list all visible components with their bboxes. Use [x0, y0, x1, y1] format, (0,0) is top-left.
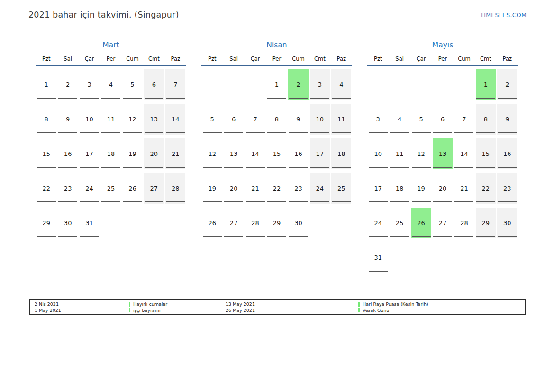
- day-number: 8: [475, 104, 496, 135]
- day-number: 3: [309, 69, 330, 100]
- day-cell: 26: [122, 170, 143, 205]
- day-number: 20: [432, 173, 453, 204]
- day-cell: 19: [201, 170, 223, 205]
- day-cell: 1: [266, 66, 287, 101]
- day-number: 15: [266, 138, 287, 169]
- day-cell: 5: [201, 101, 223, 136]
- day-cell: 27: [432, 205, 453, 239]
- day-number: 21: [165, 138, 186, 169]
- day-number: 12: [410, 138, 432, 169]
- day-number: 10: [309, 104, 330, 135]
- day-number: 30: [288, 208, 309, 238]
- day-number: 26: [201, 208, 223, 238]
- day-number: 19: [410, 173, 432, 204]
- day-number: 29: [36, 208, 57, 238]
- day-number: 7: [165, 69, 186, 100]
- legend-label: Hayırlı cumalar: [133, 301, 167, 308]
- day-cell: 8: [266, 101, 287, 136]
- day-number: 4: [389, 104, 410, 135]
- day-cell: 17: [79, 136, 100, 170]
- day-number: 10: [79, 104, 100, 135]
- day-cell-empty: [454, 66, 475, 101]
- day-cell: 22: [266, 170, 287, 205]
- month-calendar: NisanPztSalÇarPerCumCmtPaz12345678910111…: [201, 40, 352, 239]
- day-number: 16: [497, 138, 518, 169]
- day-cell: 18: [331, 136, 352, 170]
- day-number: 15: [475, 138, 496, 169]
- day-number: 1: [475, 69, 496, 100]
- day-number: 26: [122, 173, 143, 204]
- day-number: 6: [223, 104, 244, 135]
- day-cell: 1: [475, 66, 496, 101]
- day-cell: 29: [36, 205, 57, 239]
- day-number: 22: [36, 173, 57, 204]
- weekday-header: Pzt: [367, 50, 389, 66]
- day-cell: 17: [309, 136, 330, 170]
- day-cell-empty: [331, 205, 352, 239]
- day-cell: 26: [410, 205, 432, 239]
- weekday-header: Pzt: [201, 50, 223, 66]
- day-cell: 24: [309, 170, 330, 205]
- weekday-header: Sal: [389, 50, 410, 66]
- day-cell: 30: [288, 205, 309, 239]
- day-cell: 18: [100, 136, 121, 170]
- day-cell: 28: [165, 170, 186, 205]
- day-cell: 8: [475, 101, 496, 136]
- day-cell-empty: [245, 66, 266, 101]
- weekday-header: Cum: [122, 50, 143, 66]
- day-cell: 11: [100, 101, 121, 136]
- day-number: 5: [201, 104, 223, 135]
- day-number: 9: [288, 104, 309, 135]
- legend-box: 2 Nis 2021 1 May 2021 Hayırlı cumalar iş…: [29, 299, 526, 315]
- day-number: 13: [223, 138, 244, 169]
- day-cell-empty: [432, 239, 453, 274]
- day-number: 4: [331, 69, 352, 100]
- day-cell: 2: [57, 66, 78, 101]
- day-cell: 4: [331, 66, 352, 101]
- day-number: 25: [100, 173, 121, 204]
- day-cell-empty: [454, 239, 475, 274]
- day-number: 21: [245, 173, 266, 204]
- day-cell-empty: [410, 239, 432, 274]
- site-link[interactable]: TIMESLES.COM: [480, 11, 527, 18]
- day-number: 6: [143, 69, 164, 100]
- day-cell: 21: [165, 136, 186, 170]
- day-cell: 14: [245, 136, 266, 170]
- day-number: 24: [79, 173, 100, 204]
- day-cell: 3: [79, 66, 100, 101]
- day-cell: 11: [331, 101, 352, 136]
- day-cell-empty: [165, 205, 186, 239]
- day-cell: 4: [389, 101, 410, 136]
- day-number: 22: [475, 173, 496, 204]
- day-number: 23: [57, 173, 78, 204]
- month-grid: PztSalÇarPerCumCmtPaz1234567891011121314…: [367, 50, 518, 274]
- day-cell: 6: [432, 101, 453, 136]
- day-cell-empty: [497, 239, 518, 274]
- day-number: 28: [454, 208, 475, 238]
- legend-label: Hari Raya Puasa (Kesin Tarih): [363, 301, 428, 308]
- day-cell-empty: [367, 66, 389, 101]
- weekday-header: Çar: [79, 50, 100, 66]
- day-number: 6: [432, 104, 453, 135]
- day-number: 31: [367, 242, 389, 273]
- day-number: 29: [266, 208, 287, 238]
- day-number: 15: [36, 138, 57, 169]
- day-cell: 29: [266, 205, 287, 239]
- day-number: 27: [223, 208, 244, 238]
- holiday-marker-icon: [358, 308, 360, 312]
- day-number: 31: [79, 208, 100, 238]
- day-cell: 12: [410, 136, 432, 170]
- day-cell: 28: [245, 205, 266, 239]
- legend-labels-group-2: Hari Raya Puasa (Kesin Tarih) Vesak Günü: [358, 301, 428, 313]
- day-cell-empty: [475, 239, 496, 274]
- day-cell-empty: [201, 66, 223, 101]
- day-number: 16: [288, 138, 309, 169]
- day-number: 29: [475, 208, 496, 238]
- day-number: 11: [100, 104, 121, 135]
- day-number: 12: [201, 138, 223, 169]
- day-cell: 27: [223, 205, 244, 239]
- day-cell: 21: [245, 170, 266, 205]
- day-cell-empty: [122, 205, 143, 239]
- day-cell: 10: [309, 101, 330, 136]
- day-cell: 21: [454, 170, 475, 205]
